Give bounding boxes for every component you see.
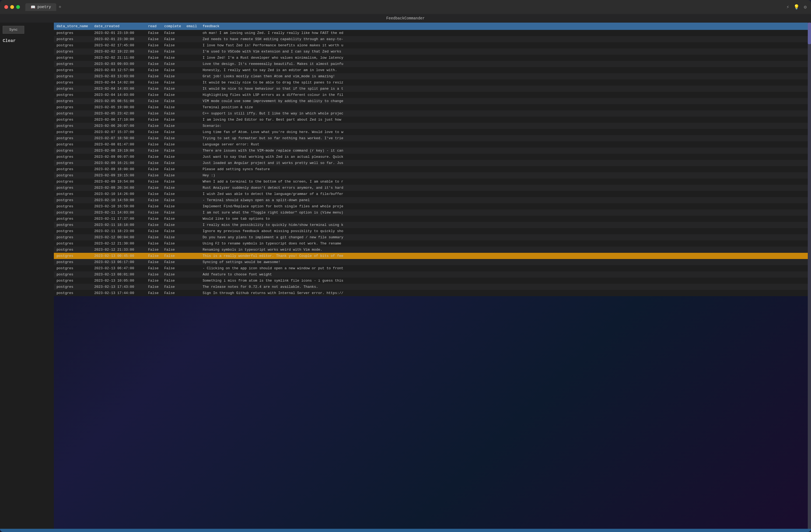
table-cell-5: It would be nice to have behaviour so th… xyxy=(200,86,808,92)
table-cell-2: False xyxy=(146,271,162,277)
table-row[interactable]: postgres2023-02-03 12:57:00FalseFalseHon… xyxy=(54,67,808,73)
table-row[interactable]: postgres2023-02-01 23:30:00FalseFalseZed… xyxy=(54,36,808,42)
table-cell-2: False xyxy=(146,240,162,247)
table-row[interactable]: postgres2023-02-11 14:03:00FalseFalseI a… xyxy=(54,210,808,216)
col-header-feedback[interactable]: feedback xyxy=(200,22,808,30)
table-row[interactable]: postgres2023-02-10 16:59:00FalseFalseImp… xyxy=(54,203,808,210)
table-cell-1: 2023-02-04 14:03:00 xyxy=(92,92,146,98)
table-cell-3: False xyxy=(162,222,184,228)
table-row[interactable]: postgres2023-02-03 13:03:00FalseFalseGra… xyxy=(54,73,808,79)
vertical-scrollbar[interactable] xyxy=(808,22,811,529)
minimize-button[interactable] xyxy=(10,5,14,9)
table-row[interactable]: postgres2023-02-09 09:07:00FalseFalseJus… xyxy=(54,154,808,160)
table-row[interactable]: postgres2023-02-11 18:18:00FalseFalseI r… xyxy=(54,222,808,228)
table-row[interactable]: postgres2023-02-11 18:23:00FalseFalseIgn… xyxy=(54,228,808,234)
table-row[interactable]: postgres2023-02-04 14:03:00FalseFalseIt … xyxy=(54,86,808,92)
sync-button[interactable]: Sync xyxy=(3,26,24,34)
table-area[interactable]: data_store_name date_created read comple… xyxy=(54,22,808,529)
table-cell-0: postgres xyxy=(54,259,92,265)
table-row[interactable]: postgres2023-02-04 14:02:00FalseFalseIt … xyxy=(54,79,808,86)
table-cell-1: 2023-02-11 17:37:00 xyxy=(92,216,146,222)
table-cell-1: 2023-02-05 08:51:00 xyxy=(92,98,146,104)
table-row[interactable]: postgres2023-02-04 14:03:00FalseFalseHig… xyxy=(54,92,808,98)
table-row[interactable]: postgres2023-02-12 21:33:00FalseFalseRen… xyxy=(54,247,808,253)
table-row[interactable]: postgres2023-02-06 17:10:00FalseFalseI a… xyxy=(54,117,808,123)
table-cell-5: Do you have any plans to implement a git… xyxy=(200,234,808,240)
table-cell-4 xyxy=(184,210,200,216)
table-row[interactable]: postgres2023-02-13 10:05:00FalseFalseSom… xyxy=(54,277,808,284)
table-cell-0: postgres xyxy=(54,284,92,290)
table-row[interactable]: postgres2023-02-12 00:04:00FalseFalseDo … xyxy=(54,234,808,240)
table-row[interactable]: postgres2023-02-10 14:26:00FalseFalseI w… xyxy=(54,191,808,197)
table-row[interactable]: postgres2023-02-12 21:30:00FalseFalseUsi… xyxy=(54,240,808,247)
table-row[interactable]: postgres2023-02-08 19:19:00FalseFalseThe… xyxy=(54,148,808,154)
table-cell-5: C++ support is still iffy. But I like th… xyxy=(200,110,808,117)
table-cell-3: False xyxy=(162,86,184,92)
col-header-email[interactable]: email xyxy=(184,22,200,30)
table-cell-0: postgres xyxy=(54,141,92,148)
table-row[interactable]: postgres2023-02-11 17:37:00FalseFalseWou… xyxy=(54,216,808,222)
table-cell-4 xyxy=(184,240,200,247)
table-cell-0: postgres xyxy=(54,185,92,191)
table-row[interactable]: postgres2023-02-10 14:59:00FalseFalse- T… xyxy=(54,197,808,203)
table-cell-4 xyxy=(184,290,200,296)
table-row[interactable]: postgres2023-02-13 17:43:00FalseFalseThe… xyxy=(54,284,808,290)
table-row[interactable]: postgres2023-02-01 23:19:00FalseFalseoh … xyxy=(54,30,808,36)
table-cell-4 xyxy=(184,247,200,253)
active-tab[interactable]: 📖 poetry xyxy=(25,3,56,11)
maximize-button[interactable] xyxy=(16,5,20,9)
table-row[interactable]: postgres2023-02-02 19:22:00FalseFalseI'm… xyxy=(54,48,808,55)
table-row[interactable]: postgres2023-02-05 23:42:00FalseFalseC++… xyxy=(54,110,808,117)
table-cell-2: False xyxy=(146,265,162,271)
table-row[interactable]: postgres2023-02-13 06:17:00FalseFalseSyn… xyxy=(54,259,808,265)
col-header-data-store-name[interactable]: data_store_name xyxy=(54,22,92,30)
table-row[interactable]: postgres2023-02-13 06:47:00FalseFalse- C… xyxy=(54,265,808,271)
table-row[interactable]: postgres2023-02-13 17:44:00FalseFalseSig… xyxy=(54,290,808,296)
clear-button[interactable]: Clear xyxy=(3,37,51,45)
table-row[interactable]: postgres2023-02-09 16:21:00FalseFalseJus… xyxy=(54,160,808,166)
table-row[interactable]: postgres2023-02-09 18:00:00FalseFalsePle… xyxy=(54,166,808,172)
table-row[interactable]: postgres2023-02-06 20:07:00FalseFalseSce… xyxy=(54,123,808,129)
table-cell-3: False xyxy=(162,135,184,141)
table-row[interactable]: postgres2023-02-09 20:34:00FalseFalseRus… xyxy=(54,185,808,191)
table-row[interactable]: postgres2023-02-09 19:54:00FalseFalseWhe… xyxy=(54,179,808,185)
add-tab-button[interactable]: + xyxy=(56,3,63,11)
table-row[interactable]: postgres2023-02-05 08:51:00FalseFalseVIM… xyxy=(54,98,808,104)
table-row[interactable]: postgres2023-02-09 19:15:00FalseFalseHey… xyxy=(54,172,808,179)
scrollbar-thumb[interactable] xyxy=(808,22,811,44)
table-cell-4 xyxy=(184,110,200,117)
table-cell-1: 2023-02-10 16:59:00 xyxy=(92,203,146,210)
table-row[interactable]: postgres2023-02-07 18:50:00FalseFalseTry… xyxy=(54,135,808,141)
table-cell-4 xyxy=(184,73,200,79)
lightbulb-icon[interactable]: 💡 xyxy=(794,4,799,10)
table-cell-1: 2023-02-09 19:15:00 xyxy=(92,172,146,179)
table-row[interactable]: postgres2023-02-05 19:00:00FalseFalseTer… xyxy=(54,104,808,110)
table-cell-5: Add feature to choose font weight xyxy=(200,271,808,277)
table-cell-2: False xyxy=(146,117,162,123)
table-cell-4 xyxy=(184,55,200,61)
col-header-read[interactable]: read xyxy=(146,22,162,30)
table-cell-5: - Terminal should always open as a split… xyxy=(200,197,808,203)
table-cell-0: postgres xyxy=(54,228,92,234)
settings-icon[interactable]: ⚙ xyxy=(804,4,807,10)
table-row[interactable]: postgres2023-02-02 21:11:00FalseFalseI l… xyxy=(54,55,808,61)
table-cell-3: False xyxy=(162,253,184,259)
lightning-icon[interactable]: ⚡ xyxy=(786,4,789,10)
title-bar-icons: ⚡ 💡 ⚙ xyxy=(786,4,807,10)
table-row[interactable]: postgres2023-02-13 08:01:00FalseFalseAdd… xyxy=(54,271,808,277)
table-row[interactable]: postgres2023-02-08 01:47:00FalseFalseLan… xyxy=(54,141,808,148)
table-cell-5: Just want to say that working with Zed i… xyxy=(200,154,808,160)
table-cell-2: False xyxy=(146,104,162,110)
table-cell-0: postgres xyxy=(54,210,92,216)
table-row[interactable]: postgres2023-02-03 09:03:00FalseFalseLov… xyxy=(54,61,808,67)
col-header-complete[interactable]: complete xyxy=(162,22,184,30)
table-cell-5: I really miss the possibility to quickly… xyxy=(200,222,808,228)
table-row[interactable]: postgres2023-02-02 17:45:00FalseFalseI l… xyxy=(54,42,808,48)
table-cell-3: False xyxy=(162,98,184,104)
table-row[interactable]: postgres2023-02-13 00:45:00FalseFalseThi… xyxy=(54,253,808,259)
table-cell-1: 2023-02-01 23:30:00 xyxy=(92,36,146,42)
col-header-date-created[interactable]: date_created xyxy=(92,22,146,30)
close-button[interactable] xyxy=(4,5,8,9)
table-cell-2: False xyxy=(146,228,162,234)
table-row[interactable]: postgres2023-02-07 15:37:00FalseFalseLon… xyxy=(54,129,808,135)
